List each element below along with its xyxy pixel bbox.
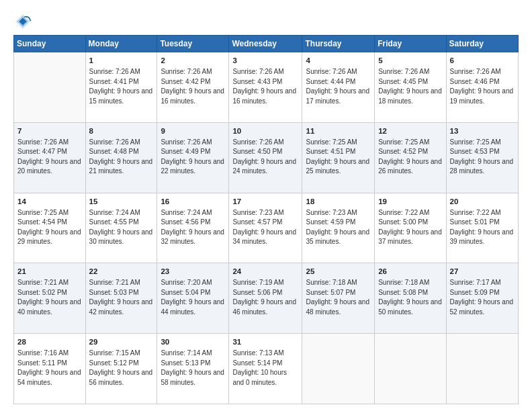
day-number: 11 (306, 126, 371, 136)
calendar-day-cell: 4Sunrise: 7:26 AM Sunset: 4:44 PM Daylig… (302, 52, 375, 123)
day-number: 30 (161, 336, 225, 347)
calendar-day-cell: 21Sunrise: 7:21 AM Sunset: 5:02 PM Dayli… (14, 263, 86, 334)
page: SundayMondayTuesdayWednesdayThursdayFrid… (0, 0, 532, 411)
day-number: 7 (17, 126, 82, 136)
weekday-header: Thursday (302, 36, 375, 52)
day-info: Sunrise: 7:19 AM Sunset: 5:06 PM Dayligh… (232, 278, 298, 317)
day-info: Sunrise: 7:16 AM Sunset: 5:11 PM Dayligh… (17, 349, 82, 387)
weekday-header: Friday (375, 36, 446, 52)
day-info: Sunrise: 7:24 AM Sunset: 4:56 PM Dayligh… (161, 208, 225, 247)
calendar-day-cell: 10Sunrise: 7:26 AM Sunset: 4:50 PM Dayli… (229, 122, 302, 193)
day-info: Sunrise: 7:18 AM Sunset: 5:07 PM Dayligh… (306, 278, 371, 317)
calendar-day-cell: 23Sunrise: 7:20 AM Sunset: 5:04 PM Dayli… (157, 263, 229, 334)
logo (13, 12, 35, 31)
day-number: 26 (378, 266, 442, 277)
day-info: Sunrise: 7:23 AM Sunset: 4:59 PM Dayligh… (306, 208, 371, 247)
day-info: Sunrise: 7:26 AM Sunset: 4:50 PM Dayligh… (232, 138, 298, 177)
calendar-day-cell: 15Sunrise: 7:24 AM Sunset: 4:55 PM Dayli… (85, 193, 157, 263)
day-info: Sunrise: 7:26 AM Sunset: 4:46 PM Dayligh… (450, 67, 515, 106)
day-info: Sunrise: 7:15 AM Sunset: 5:12 PM Dayligh… (89, 349, 154, 387)
calendar-day-cell: 18Sunrise: 7:23 AM Sunset: 4:59 PM Dayli… (302, 193, 375, 263)
day-number: 31 (232, 336, 298, 347)
calendar-header-row: SundayMondayTuesdayWednesdayThursdayFrid… (14, 36, 519, 52)
day-number: 8 (89, 126, 154, 136)
day-info: Sunrise: 7:20 AM Sunset: 5:04 PM Dayligh… (161, 278, 225, 317)
day-number: 13 (450, 126, 515, 136)
calendar-day-cell: 28Sunrise: 7:16 AM Sunset: 5:11 PM Dayli… (14, 334, 86, 404)
day-info: Sunrise: 7:17 AM Sunset: 5:09 PM Dayligh… (450, 278, 515, 317)
day-info: Sunrise: 7:26 AM Sunset: 4:43 PM Dayligh… (232, 67, 298, 106)
calendar-day-cell: 9Sunrise: 7:26 AM Sunset: 4:49 PM Daylig… (157, 122, 229, 193)
day-info: Sunrise: 7:23 AM Sunset: 4:57 PM Dayligh… (232, 208, 298, 247)
weekday-header: Sunday (14, 36, 86, 52)
calendar-day-cell: 29Sunrise: 7:15 AM Sunset: 5:12 PM Dayli… (85, 334, 157, 404)
day-number: 22 (89, 266, 154, 277)
calendar-day-cell: 30Sunrise: 7:14 AM Sunset: 5:13 PM Dayli… (157, 334, 229, 404)
calendar-day-cell: 19Sunrise: 7:22 AM Sunset: 5:00 PM Dayli… (375, 193, 446, 263)
day-info: Sunrise: 7:26 AM Sunset: 4:48 PM Dayligh… (89, 138, 154, 177)
day-number: 19 (378, 196, 442, 207)
day-number: 21 (17, 266, 82, 277)
calendar-day-cell (302, 334, 375, 404)
day-number: 15 (89, 196, 154, 207)
day-number: 18 (306, 196, 371, 207)
weekday-header: Saturday (446, 36, 518, 52)
day-number: 6 (450, 55, 515, 66)
weekday-header: Wednesday (229, 36, 302, 52)
day-info: Sunrise: 7:25 AM Sunset: 4:54 PM Dayligh… (17, 208, 82, 247)
calendar-day-cell: 24Sunrise: 7:19 AM Sunset: 5:06 PM Dayli… (229, 263, 302, 334)
day-number: 14 (17, 196, 82, 207)
calendar-day-cell: 20Sunrise: 7:22 AM Sunset: 5:01 PM Dayli… (446, 193, 518, 263)
calendar-day-cell: 3Sunrise: 7:26 AM Sunset: 4:43 PM Daylig… (229, 52, 302, 123)
day-info: Sunrise: 7:25 AM Sunset: 4:51 PM Dayligh… (306, 138, 371, 177)
day-number: 9 (161, 126, 225, 136)
calendar-day-cell: 16Sunrise: 7:24 AM Sunset: 4:56 PM Dayli… (157, 193, 229, 263)
day-info: Sunrise: 7:26 AM Sunset: 4:42 PM Dayligh… (161, 67, 225, 106)
day-number: 4 (306, 55, 371, 66)
day-info: Sunrise: 7:22 AM Sunset: 5:00 PM Dayligh… (378, 208, 442, 247)
calendar-day-cell: 25Sunrise: 7:18 AM Sunset: 5:07 PM Dayli… (302, 263, 375, 334)
calendar-week-row: 7Sunrise: 7:26 AM Sunset: 4:47 PM Daylig… (14, 122, 519, 193)
calendar-day-cell: 5Sunrise: 7:26 AM Sunset: 4:45 PM Daylig… (375, 52, 446, 123)
calendar-day-cell: 13Sunrise: 7:25 AM Sunset: 4:53 PM Dayli… (446, 122, 518, 193)
day-info: Sunrise: 7:26 AM Sunset: 4:47 PM Dayligh… (17, 138, 82, 177)
day-info: Sunrise: 7:24 AM Sunset: 4:55 PM Dayligh… (89, 208, 154, 247)
calendar-day-cell: 12Sunrise: 7:25 AM Sunset: 4:52 PM Dayli… (375, 122, 446, 193)
calendar-day-cell: 17Sunrise: 7:23 AM Sunset: 4:57 PM Dayli… (229, 193, 302, 263)
day-number: 1 (89, 55, 154, 66)
weekday-header: Tuesday (157, 36, 229, 52)
day-info: Sunrise: 7:26 AM Sunset: 4:41 PM Dayligh… (89, 67, 154, 106)
calendar-week-row: 1Sunrise: 7:26 AM Sunset: 4:41 PM Daylig… (14, 52, 519, 123)
day-number: 23 (161, 266, 225, 277)
day-info: Sunrise: 7:26 AM Sunset: 4:44 PM Dayligh… (306, 67, 371, 106)
day-info: Sunrise: 7:18 AM Sunset: 5:08 PM Dayligh… (378, 278, 442, 317)
day-info: Sunrise: 7:21 AM Sunset: 5:02 PM Dayligh… (17, 278, 82, 317)
day-info: Sunrise: 7:21 AM Sunset: 5:03 PM Dayligh… (89, 278, 154, 317)
calendar-day-cell: 11Sunrise: 7:25 AM Sunset: 4:51 PM Dayli… (302, 122, 375, 193)
day-number: 25 (306, 266, 371, 277)
calendar-day-cell: 22Sunrise: 7:21 AM Sunset: 5:03 PM Dayli… (85, 263, 157, 334)
day-info: Sunrise: 7:22 AM Sunset: 5:01 PM Dayligh… (450, 208, 515, 247)
weekday-header: Monday (85, 36, 157, 52)
calendar-week-row: 21Sunrise: 7:21 AM Sunset: 5:02 PM Dayli… (14, 263, 519, 334)
day-number: 24 (232, 266, 298, 277)
calendar-day-cell: 31Sunrise: 7:13 AM Sunset: 5:14 PM Dayli… (229, 334, 302, 404)
day-info: Sunrise: 7:26 AM Sunset: 4:49 PM Dayligh… (161, 138, 225, 177)
day-number: 16 (161, 196, 225, 207)
day-number: 5 (378, 55, 442, 66)
day-number: 28 (17, 336, 82, 347)
calendar-day-cell: 27Sunrise: 7:17 AM Sunset: 5:09 PM Dayli… (446, 263, 518, 334)
calendar-day-cell (375, 334, 446, 404)
header (13, 12, 519, 31)
calendar-day-cell: 1Sunrise: 7:26 AM Sunset: 4:41 PM Daylig… (85, 52, 157, 123)
calendar-day-cell: 2Sunrise: 7:26 AM Sunset: 4:42 PM Daylig… (157, 52, 229, 123)
calendar-day-cell: 7Sunrise: 7:26 AM Sunset: 4:47 PM Daylig… (14, 122, 86, 193)
logo-icon (13, 12, 32, 31)
calendar-week-row: 28Sunrise: 7:16 AM Sunset: 5:11 PM Dayli… (14, 334, 519, 404)
day-number: 2 (161, 55, 225, 66)
day-number: 12 (378, 126, 442, 136)
calendar-week-row: 14Sunrise: 7:25 AM Sunset: 4:54 PM Dayli… (14, 193, 519, 263)
calendar-day-cell: 14Sunrise: 7:25 AM Sunset: 4:54 PM Dayli… (14, 193, 86, 263)
calendar-day-cell (14, 52, 86, 123)
day-number: 3 (232, 55, 298, 66)
